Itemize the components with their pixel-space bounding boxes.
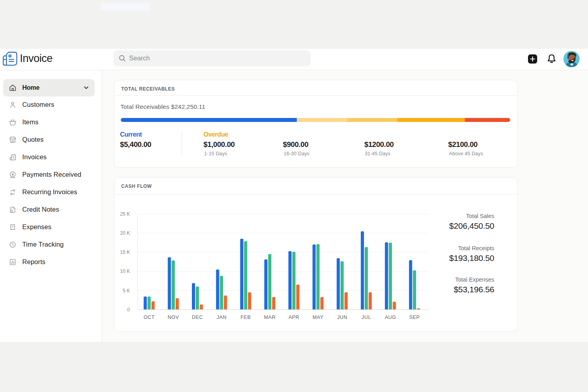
svg-text:25 K: 25 K [120, 211, 130, 217]
svg-text:10 K: 10 K [120, 268, 130, 274]
svg-text:15 K: 15 K [120, 249, 130, 255]
svg-text:OCT: OCT [144, 315, 155, 320]
svg-text:5 K: 5 K [123, 288, 130, 294]
svg-text:MAR: MAR [264, 315, 275, 320]
svg-text:20 K: 20 K [120, 230, 130, 236]
svg-text:SEP: SEP [409, 315, 420, 320]
svg-text:JUL: JUL [362, 315, 371, 320]
svg-text:FEB: FEB [240, 315, 251, 320]
svg-text:MAY: MAY [313, 315, 324, 320]
svg-text:JAN: JAN [217, 315, 226, 320]
svg-text:JUN: JUN [337, 315, 347, 320]
svg-text:0: 0 [127, 307, 130, 313]
svg-text:NOV: NOV [168, 315, 179, 320]
svg-text:APR: APR [288, 315, 299, 320]
svg-text:AUG: AUG [385, 315, 396, 320]
svg-text:DEC: DEC [192, 315, 203, 320]
